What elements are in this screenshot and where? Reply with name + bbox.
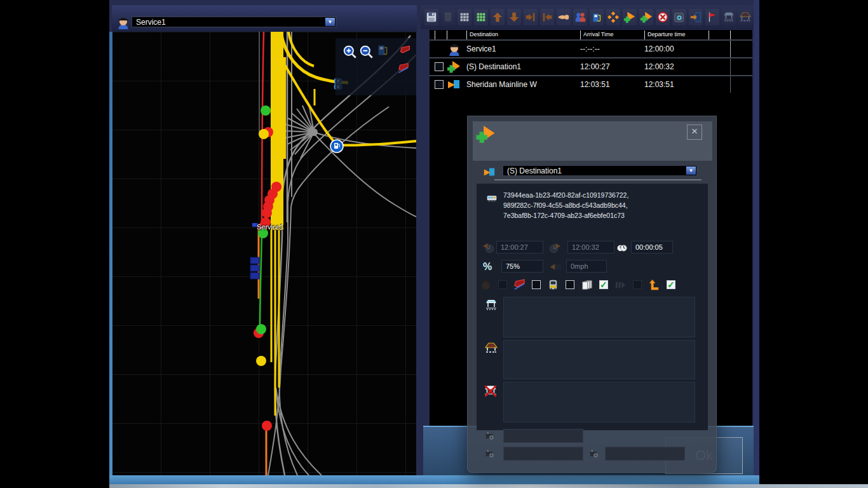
driver-icon	[447, 41, 462, 57]
consist-marker-edit-icon	[513, 278, 526, 292]
route-map[interactable]: Service1	[112, 32, 416, 475]
divider	[494, 179, 702, 180]
destination-icon	[447, 78, 461, 92]
passengers-button[interactable]	[573, 9, 587, 25]
col-extra1	[709, 30, 730, 39]
add-driver-button[interactable]	[623, 9, 637, 25]
shift-right-icon	[524, 11, 537, 24]
no-stop-icon	[483, 383, 498, 398]
close-icon[interactable]: ×	[687, 125, 702, 140]
shelter-button[interactable]	[738, 9, 752, 25]
table-row[interactable]: (S) Destination1 12:00:27 12:00:32	[430, 57, 752, 75]
raise-icon	[491, 11, 504, 24]
shift-left-button[interactable]	[540, 9, 554, 25]
flag-icon	[706, 11, 719, 24]
platform-icon	[484, 298, 498, 312]
shelter-icon	[484, 341, 498, 355]
no-stop-list-box[interactable]	[503, 382, 695, 423]
documents-checkbox[interactable]	[599, 280, 608, 289]
shelter-list-box[interactable]	[503, 340, 695, 379]
col-extra2	[730, 30, 752, 39]
train-label: Service1	[257, 223, 284, 231]
zoom-out-icon[interactable]	[359, 44, 374, 60]
turnaround-icon	[648, 278, 661, 292]
row-checkbox[interactable]	[435, 80, 444, 89]
grid-button[interactable]	[458, 9, 471, 25]
zoom-in-icon[interactable]	[342, 44, 358, 60]
settings-field-1[interactable]	[503, 429, 583, 443]
bin-icon	[442, 11, 454, 24]
col-arrival: Arrival Time	[580, 30, 644, 39]
instruction-settings-icon	[484, 448, 496, 459]
cell-departure: 12:03:51	[644, 80, 709, 89]
consist-marker-edit-icon[interactable]	[395, 62, 412, 75]
fuel-point-icon[interactable]	[330, 139, 344, 153]
consist-guid-list[interactable]: 73944eaa-1b23-4f20-82af-c10919736722, 98…	[503, 187, 694, 238]
destination-icon	[483, 166, 496, 179]
chevron-down-icon[interactable]: ▼	[325, 18, 335, 26]
cell-arrival: 12:03:51	[580, 80, 644, 89]
bin-button[interactable]	[441, 9, 455, 25]
window-border-right	[754, 0, 759, 475]
shift-right-button[interactable]	[524, 9, 538, 25]
instruction-settings-icon	[588, 448, 600, 459]
shift-left-icon	[541, 11, 553, 24]
speed-limit-field[interactable]: 0mph	[566, 260, 607, 273]
platform-list-box[interactable]	[503, 297, 695, 337]
scatter-button[interactable]	[606, 9, 620, 25]
performance-icon: %	[483, 261, 492, 273]
chevron-down-icon[interactable]: ▼	[686, 166, 696, 175]
col-destination: Destination	[466, 30, 580, 39]
turnaround-checkbox[interactable]	[667, 280, 675, 289]
fuel-filter-icon[interactable]	[375, 42, 390, 57]
track-schematic	[112, 32, 416, 475]
remove-button[interactable]	[656, 9, 670, 25]
cell-arrival: 12:00:27	[580, 62, 644, 71]
shelter-icon	[739, 11, 752, 24]
duration-icon	[614, 243, 629, 254]
window-border-left	[109, 32, 112, 475]
platform-button[interactable]	[722, 9, 736, 25]
destination-dropdown-value: (S) Destination1	[507, 166, 562, 175]
settings-field-3[interactable]	[605, 447, 685, 461]
platform-icon	[722, 11, 735, 24]
service-dropdown[interactable]: Service1 ▼	[132, 17, 336, 27]
consist-marker-edit-checkbox[interactable]	[532, 280, 541, 289]
duration-field[interactable]: 00:00:05	[631, 241, 673, 254]
grid-green-button[interactable]	[474, 9, 488, 25]
performance-field[interactable]: 75%	[501, 260, 543, 273]
fuel-button[interactable]	[590, 9, 604, 25]
map-titlebar: Service1 ▼	[112, 5, 417, 32]
consist-icon	[484, 193, 499, 204]
arrival-time-icon	[482, 241, 495, 255]
save-button[interactable]	[424, 9, 438, 25]
screen: Service1 ▼	[0, 0, 868, 488]
window-border-bottom	[109, 475, 759, 484]
flag-button[interactable]	[705, 9, 719, 25]
destination-dropdown[interactable]: (S) Destination1 ▼	[503, 165, 697, 176]
departure-time-icon	[548, 241, 562, 255]
train-front-checkbox[interactable]	[566, 280, 574, 289]
lower-button[interactable]	[507, 9, 521, 25]
table-row[interactable]: Sheridan Mainline W 12:03:51 12:03:51	[430, 75, 752, 93]
cell-departure: 12:00:32	[644, 62, 709, 71]
settings-field-2[interactable]	[503, 447, 583, 461]
select-button[interactable]	[557, 9, 571, 25]
scatter-icon	[607, 11, 620, 24]
table-row[interactable]: Service1 --:--:-- 12:00:00	[430, 39, 752, 57]
properties-button[interactable]	[672, 9, 686, 25]
add-instruction-icon	[447, 60, 461, 74]
add-instruction-button[interactable]	[639, 9, 653, 25]
portal-icon	[689, 11, 702, 24]
row-checkbox[interactable]	[435, 62, 444, 71]
consist-marker-icon[interactable]	[397, 44, 413, 56]
col-checkbox	[435, 30, 447, 39]
departure-time-field[interactable]: 12:00:32	[567, 241, 614, 254]
cell-departure: 12:00:00	[644, 44, 709, 53]
properties-icon	[673, 11, 686, 24]
portal-button[interactable]	[689, 9, 703, 25]
raise-button[interactable]	[491, 9, 505, 25]
col-departure: Departure time	[644, 30, 709, 39]
arrival-time-field[interactable]: 12:00:27	[496, 241, 543, 254]
driver-icon	[116, 15, 131, 30]
